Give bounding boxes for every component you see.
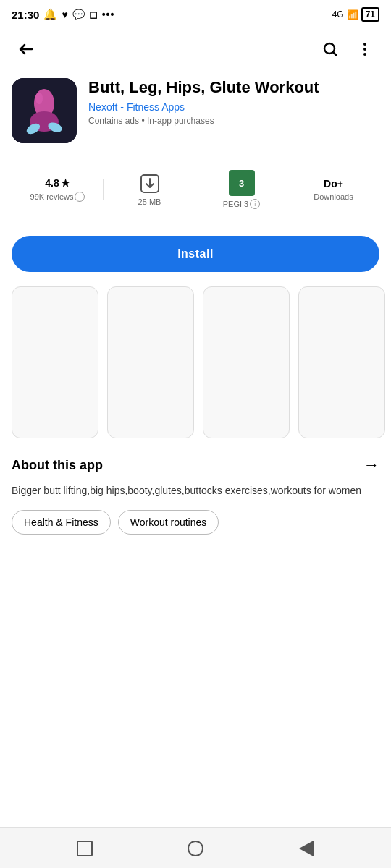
bell-icon: 🔔 bbox=[43, 8, 57, 21]
about-title: About this app bbox=[12, 458, 103, 473]
home-icon bbox=[188, 841, 203, 856]
about-description: Bigger butt lifting,big hips,booty,glute… bbox=[12, 483, 379, 498]
app-developer[interactable]: Nexoft - Fitness Apps bbox=[88, 101, 379, 113]
screenshot-3[interactable] bbox=[203, 286, 290, 438]
recents-icon bbox=[77, 841, 93, 856]
signal-icon: 4G bbox=[332, 9, 344, 20]
screenshot-4[interactable] bbox=[298, 286, 385, 438]
status-time: 21:30 bbox=[12, 9, 39, 21]
screenshots-scroll[interactable] bbox=[12, 286, 391, 438]
message-icon: 💬 bbox=[72, 9, 85, 20]
about-section: About this app → Bigger butt lifting,big… bbox=[0, 444, 391, 546]
downloads-stat: Do+ Downloads bbox=[287, 178, 379, 201]
heart-icon: ♥ bbox=[62, 9, 67, 20]
rating-stat: 4.8 ★ 99K reviews i bbox=[12, 177, 104, 202]
app-details: Butt, Leg, Hips, Glute Workout Nexoft - … bbox=[88, 78, 379, 126]
nav-right-actions bbox=[316, 35, 379, 64]
status-right: 4G 📶 71 bbox=[332, 7, 379, 22]
downloads-label: Downloads bbox=[314, 192, 353, 201]
pegi-stat: 3 PEGI 3 i bbox=[196, 170, 287, 209]
recents-button[interactable] bbox=[75, 838, 95, 859]
app-title: Butt, Leg, Hips, Glute Workout bbox=[88, 78, 379, 97]
install-button[interactable]: Install bbox=[12, 236, 379, 272]
rating-value: 4.8 ★ bbox=[45, 177, 70, 189]
app-icon-image bbox=[12, 78, 77, 143]
tags-row: Health & Fitness Workout routines bbox=[12, 510, 379, 535]
back-button[interactable] bbox=[12, 35, 41, 64]
svg-point-9 bbox=[35, 93, 43, 104]
more-options-button[interactable] bbox=[350, 35, 379, 64]
tag-health-fitness[interactable]: Health & Fitness bbox=[12, 510, 111, 535]
downloads-value: Do+ bbox=[324, 178, 343, 190]
about-arrow-button[interactable]: → bbox=[363, 456, 379, 475]
screenshot-2[interactable] bbox=[107, 286, 194, 438]
top-navigation bbox=[0, 29, 391, 69]
stats-row: 4.8 ★ 99K reviews i 25 MB 3 PEGI 3 i Do+… bbox=[0, 158, 391, 221]
download-icon-wrap bbox=[139, 173, 161, 195]
dots-icon: ••• bbox=[102, 9, 115, 20]
status-bar: 21:30 🔔 ♥ 💬 ◻ ••• 4G 📶 71 bbox=[0, 0, 391, 29]
tag-workout-routines[interactable]: Workout routines bbox=[118, 510, 219, 535]
instagram-icon: ◻ bbox=[89, 9, 98, 20]
back-icon bbox=[299, 841, 314, 856]
app-meta: Contains ads • In-app purchases bbox=[88, 116, 379, 126]
svg-point-3 bbox=[363, 53, 366, 56]
info-icon: i bbox=[75, 192, 85, 202]
app-icon bbox=[12, 78, 77, 143]
about-header: About this app → bbox=[12, 456, 379, 475]
pegi-label: PEGI 3 i bbox=[223, 199, 260, 209]
search-button[interactable] bbox=[316, 35, 345, 64]
download-icon bbox=[139, 173, 161, 195]
svg-point-2 bbox=[363, 48, 366, 51]
pegi-info-icon: i bbox=[250, 199, 260, 209]
back-nav-button[interactable] bbox=[296, 838, 316, 859]
svg-point-1 bbox=[363, 43, 366, 46]
star-icon: ★ bbox=[61, 177, 70, 189]
pegi-badge: 3 bbox=[229, 170, 255, 196]
install-section: Install bbox=[0, 227, 391, 281]
screenshot-1[interactable] bbox=[12, 286, 98, 438]
battery-indicator: 71 bbox=[361, 7, 379, 22]
status-left: 21:30 🔔 ♥ 💬 ◻ ••• bbox=[12, 8, 114, 21]
home-button[interactable] bbox=[185, 838, 206, 859]
reviews-label: 99K reviews i bbox=[30, 192, 85, 202]
wifi-icon: 📶 bbox=[347, 9, 358, 20]
screenshots-section bbox=[0, 281, 391, 444]
size-stat: 25 MB bbox=[104, 173, 196, 206]
size-label: 25 MB bbox=[138, 197, 161, 206]
bottom-navigation bbox=[0, 827, 391, 868]
app-info-section: Butt, Leg, Hips, Glute Workout Nexoft - … bbox=[0, 69, 391, 152]
